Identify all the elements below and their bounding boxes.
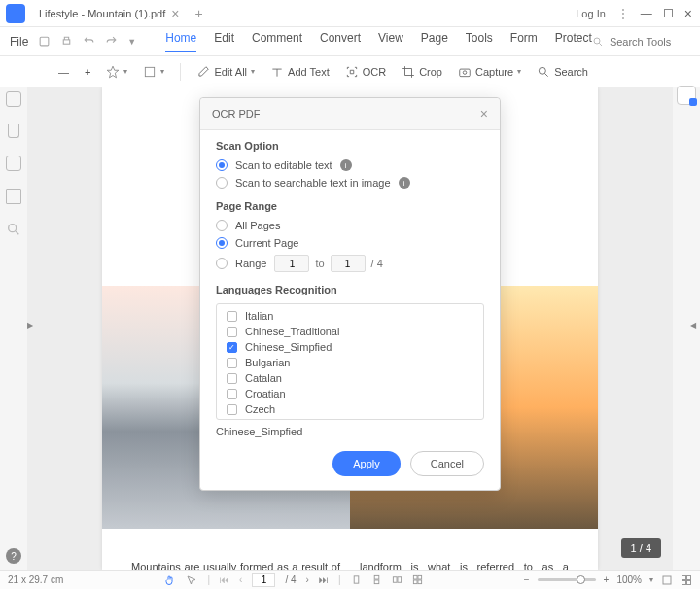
radio-icon	[216, 177, 228, 189]
info-icon[interactable]: i	[399, 177, 410, 189]
radio-current-page[interactable]: Current Page	[216, 237, 484, 249]
radio-all-pages[interactable]: All Pages	[216, 220, 484, 231]
checkbox-icon	[227, 311, 237, 322]
language-label: Chinese_Simpfied	[245, 341, 332, 353]
radio-icon	[216, 258, 228, 269]
language-row[interactable]: Italian	[217, 308, 483, 324]
radio-scan-searchable[interactable]: Scan to searchable text in image i	[216, 177, 484, 189]
checkbox-icon	[227, 404, 237, 415]
info-icon[interactable]: i	[340, 159, 352, 171]
language-row[interactable]: Catalan	[217, 370, 483, 386]
language-row[interactable]: Chinese_Simpfied	[217, 339, 483, 355]
checkbox-icon	[227, 420, 237, 421]
radio-range[interactable]: Range to / 4	[216, 255, 484, 272]
range-to-input[interactable]	[331, 255, 366, 272]
language-row[interactable]: Chinese_Traditional	[217, 324, 483, 339]
language-label: Chinese_Traditional	[245, 326, 339, 337]
apply-button[interactable]: Apply	[332, 451, 401, 476]
languages-label: Languages Recognition	[216, 284, 484, 295]
language-label: Italian	[245, 310, 273, 322]
selected-language: Chinese_Simpfied	[216, 426, 484, 437]
checkbox-icon	[227, 389, 237, 399]
checkbox-icon	[227, 342, 237, 353]
language-list[interactable]: ItalianChinese_TraditionalChinese_Simpfi…	[216, 303, 484, 420]
language-row[interactable]: Bulgarian	[217, 355, 483, 370]
range-from-input[interactable]	[274, 255, 309, 272]
ocr-modal: OCR PDF × Scan Option Scan to editable t…	[199, 97, 501, 491]
checkbox-icon	[227, 373, 237, 384]
language-label: Czech	[245, 403, 275, 415]
radio-scan-editable[interactable]: Scan to editable text i	[216, 159, 484, 171]
radio-icon	[216, 159, 228, 171]
language-label: Catalan	[245, 372, 282, 384]
language-row[interactable]: Greek	[217, 417, 483, 420]
language-row[interactable]: Czech	[217, 401, 483, 417]
language-label: Greek	[245, 419, 274, 420]
modal-close-icon[interactable]: ×	[480, 106, 488, 121]
scan-option-label: Scan Option	[216, 140, 484, 152]
language-label: Bulgarian	[245, 357, 290, 368]
language-row[interactable]: Croatian	[217, 386, 483, 401]
radio-icon	[216, 220, 228, 231]
cancel-button[interactable]: Cancel	[410, 451, 484, 476]
checkbox-icon	[227, 327, 237, 337]
checkbox-icon	[227, 358, 237, 368]
radio-icon	[216, 237, 228, 249]
modal-overlay: OCR PDF × Scan Option Scan to editable t…	[0, 0, 700, 589]
modal-title: OCR PDF	[212, 108, 261, 120]
page-range-label: Page Range	[216, 200, 484, 212]
language-label: Croatian	[245, 388, 286, 399]
